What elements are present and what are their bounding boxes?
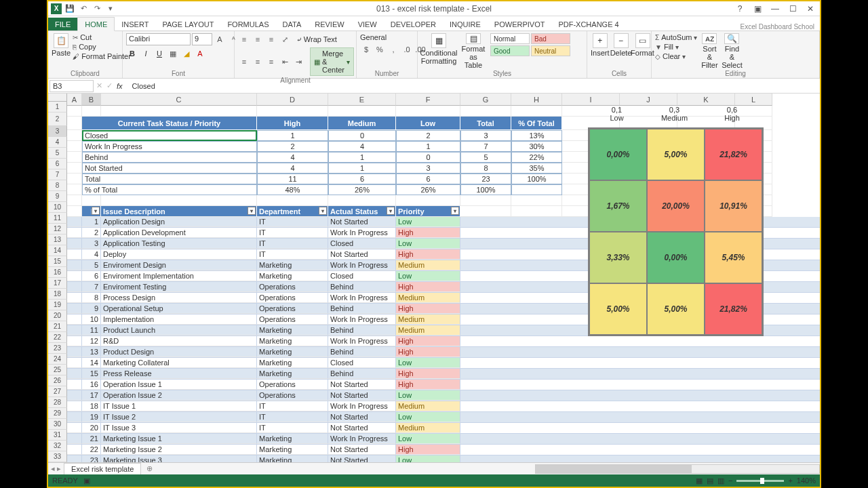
cell[interactable]: Total <box>82 174 257 184</box>
cell[interactable] <box>67 239 82 249</box>
cell[interactable] <box>67 282 82 292</box>
cell[interactable] <box>677 369 735 379</box>
filter-dropdown-icon[interactable]: ▾ <box>387 207 395 215</box>
cell[interactable]: Low <box>396 358 460 368</box>
cell[interactable] <box>101 106 257 117</box>
cell[interactable] <box>735 445 772 455</box>
col-header[interactable]: D <box>257 94 328 106</box>
cell[interactable]: Behind <box>328 347 396 357</box>
cell[interactable] <box>620 434 677 444</box>
align-middle-icon[interactable]: ≡ <box>252 33 264 45</box>
cell[interactable] <box>460 314 511 325</box>
cell[interactable] <box>460 260 511 270</box>
cell[interactable]: 1 <box>82 217 101 227</box>
cell[interactable]: Closed <box>82 130 257 141</box>
cell[interactable] <box>511 217 562 227</box>
cell[interactable] <box>460 206 511 217</box>
cell[interactable] <box>562 358 620 368</box>
currency-icon[interactable]: $ <box>360 43 372 56</box>
cell[interactable] <box>328 106 396 117</box>
cell[interactable]: Low <box>396 117 460 130</box>
cell[interactable]: Operations <box>257 380 328 390</box>
row-header[interactable]: 13 <box>48 235 67 245</box>
cell[interactable]: Not Started <box>328 455 396 462</box>
cell[interactable]: Enviroment Implementation <box>101 271 257 281</box>
cell[interactable]: Application Development <box>101 228 257 238</box>
fill-button[interactable]: ▼ Fill ▾ <box>655 43 697 51</box>
tab-view[interactable]: VIEW <box>351 18 384 30</box>
filter-dropdown-icon[interactable]: ▾ <box>92 207 100 215</box>
cell[interactable]: 18 <box>82 401 101 411</box>
cell[interactable]: 11 <box>257 174 328 184</box>
cell[interactable] <box>460 271 511 281</box>
cell[interactable] <box>511 260 562 270</box>
row-header[interactable]: 9 <box>48 191 67 202</box>
cell[interactable]: Not Started <box>328 217 396 227</box>
cell[interactable] <box>82 106 101 117</box>
table-row[interactable]: 23Marketing Issue 3MarketingNot StartedL… <box>67 455 820 462</box>
cell[interactable]: Work In Progress <box>82 141 257 152</box>
cell[interactable] <box>735 423 772 433</box>
cell[interactable] <box>511 423 562 433</box>
cell[interactable] <box>735 336 772 346</box>
cell[interactable] <box>562 380 620 390</box>
cell[interactable] <box>67 304 82 314</box>
cell[interactable]: Not Started <box>328 249 396 260</box>
cell[interactable] <box>460 106 511 117</box>
cell[interactable]: 8 <box>460 163 511 174</box>
cell[interactable] <box>511 390 562 401</box>
cell[interactable]: 16 <box>82 380 101 390</box>
cell[interactable]: Marketing <box>257 455 328 462</box>
cell[interactable]: High <box>396 304 460 314</box>
cell[interactable] <box>460 304 511 314</box>
col-header[interactable]: K <box>677 94 735 106</box>
cell[interactable] <box>460 347 511 357</box>
cell[interactable]: Work In Progress <box>328 260 396 270</box>
cell[interactable]: Not Started <box>328 423 396 433</box>
cell[interactable] <box>620 455 677 462</box>
cell[interactable] <box>677 423 735 433</box>
table-row[interactable]: 17Operation Issue 2OperationsNot Started… <box>67 390 820 401</box>
cell[interactable] <box>511 412 562 422</box>
paste-button[interactable]: 📋 Paste <box>52 33 71 66</box>
cell[interactable] <box>396 106 460 117</box>
cell[interactable]: High <box>396 249 460 260</box>
cell[interactable]: Medium <box>396 325 460 336</box>
cell[interactable] <box>67 314 82 325</box>
cell[interactable]: Marketing Issue 1 <box>101 434 257 444</box>
cell[interactable]: 35% <box>511 163 562 174</box>
cell[interactable] <box>460 228 511 238</box>
font-name-select[interactable]: Calibri <box>126 33 191 45</box>
cell[interactable]: Low <box>396 217 460 227</box>
row-header[interactable]: 25 <box>48 365 67 375</box>
cell[interactable] <box>620 336 677 346</box>
cell[interactable]: 19 <box>82 412 101 422</box>
cell[interactable] <box>67 117 82 130</box>
format-as-table-button[interactable]: ▤Format as Table <box>458 33 488 66</box>
col-header[interactable]: B <box>82 94 101 106</box>
cell[interactable]: IT Issue 1 <box>101 401 257 411</box>
cell[interactable] <box>735 412 772 422</box>
zoom-value[interactable]: 140% <box>797 476 816 485</box>
cell[interactable]: 1 <box>328 163 396 174</box>
autosum-button[interactable]: Σ AutoSum ▾ <box>655 33 697 41</box>
name-box[interactable] <box>50 80 94 92</box>
style-normal[interactable]: Normal <box>490 33 530 44</box>
cell[interactable] <box>511 206 562 217</box>
row-header[interactable]: 3 <box>48 126 67 137</box>
cell[interactable] <box>101 195 257 206</box>
cell[interactable]: High <box>396 228 460 238</box>
cell[interactable] <box>511 445 562 455</box>
cancel-formula-icon[interactable]: ✕ <box>96 81 102 90</box>
cell[interactable] <box>328 195 396 206</box>
cell[interactable]: Low <box>396 455 460 462</box>
filter-dropdown-icon[interactable]: ▾ <box>451 207 459 215</box>
cell[interactable] <box>511 239 562 249</box>
cell[interactable] <box>67 336 82 346</box>
align-center-icon[interactable]: ≡ <box>252 56 264 68</box>
cell[interactable]: % Of Total <box>511 117 562 130</box>
comma-icon[interactable]: , <box>387 43 399 56</box>
cell[interactable]: 13% <box>511 130 562 141</box>
cell[interactable]: Closed <box>328 358 396 368</box>
cell[interactable] <box>460 358 511 368</box>
